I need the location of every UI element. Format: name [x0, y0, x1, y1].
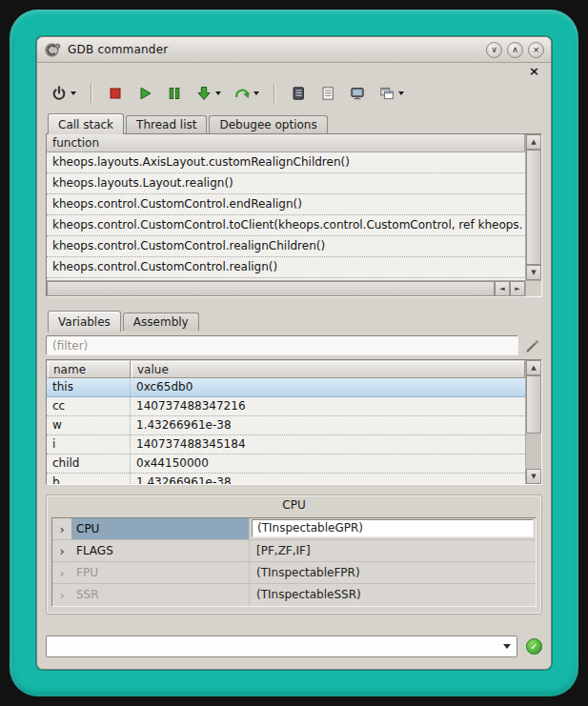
show-log-button[interactable] [287, 81, 310, 106]
scroll-down-icon[interactable] [526, 265, 541, 280]
scrollbar-track[interactable] [526, 375, 541, 469]
scrollbar-corner [525, 280, 541, 296]
filter-wand-button[interactable] [523, 336, 542, 355]
continue-button[interactable] [133, 81, 156, 106]
call-stack-row[interactable]: kheops.control.CustomControl.endRealign(… [47, 194, 525, 215]
expand-icon[interactable] [52, 567, 71, 579]
variable-row[interactable]: b 1.43266961e-38 [47, 474, 525, 484]
variable-row[interactable]: w 1.43266961e-38 [47, 416, 525, 435]
call-stack-row[interactable]: kheops.control.CustomControl.toClient(kh… [47, 215, 525, 236]
register-group-name: FLAGS [71, 540, 249, 561]
gdb-commander-app-icon [44, 41, 62, 59]
step-over-icon [233, 85, 251, 102]
value-column-header[interactable]: value [131, 360, 525, 378]
call-stack-row[interactable]: kheops.control.CustomControl.realignChil… [47, 236, 525, 257]
stop-icon [107, 85, 124, 102]
call-stack-row[interactable]: kheops.control.CustomControl.realign() [47, 257, 525, 278]
cpu-panel: CPU CPU (TInspectableGPR) FLAGS [PF,ZF,I… [46, 494, 542, 615]
show-output-button[interactable] [316, 81, 339, 106]
step-over-button[interactable] [231, 81, 262, 106]
notebook-icon [290, 85, 307, 102]
variable-value-cell: 0x44150000 [131, 454, 525, 473]
expand-icon[interactable] [52, 545, 71, 557]
expand-icon[interactable] [52, 589, 71, 601]
scrollbar-track[interactable] [47, 281, 495, 296]
variable-row[interactable]: child 0x44150000 [47, 454, 525, 474]
command-combobox[interactable] [46, 635, 517, 657]
scroll-down-icon[interactable] [526, 469, 541, 484]
variable-name-cell: cc [47, 397, 131, 415]
scrollbar-track[interactable] [526, 150, 541, 265]
power-button[interactable] [48, 81, 79, 106]
register-group-value: (TInspectableGPR) [249, 518, 536, 539]
variable-row[interactable]: this 0xc65db0 [47, 378, 525, 397]
maximize-button[interactable]: ∧ [507, 42, 523, 58]
call-stack-horizontal-scrollbar[interactable] [47, 280, 525, 296]
variable-value-cell: 140737488347216 [131, 397, 525, 415]
show-cpu-button[interactable] [346, 81, 369, 106]
list-page-icon [319, 85, 336, 102]
call-stack-vertical-scrollbar[interactable] [525, 134, 541, 280]
pause-icon [166, 85, 183, 102]
cpu-register-row[interactable]: FPU (TInspectableFPR) [52, 562, 536, 584]
tab-variables[interactable]: Variables [48, 311, 121, 332]
variable-value-cell: 140737488345184 [131, 435, 525, 454]
call-stack-row[interactable]: kheops.layouts.Layout.realign() [47, 173, 525, 194]
variable-value-cell: 1.43266961e-38 [131, 474, 525, 484]
call-stack-list: function kheops.layouts.AxisLayout.custo… [47, 134, 525, 280]
scrollbar-thumb[interactable] [47, 281, 495, 296]
minimize-button[interactable]: ∨ [486, 42, 502, 58]
scroll-up-icon[interactable] [526, 134, 541, 150]
panel-close-button[interactable]: × [526, 64, 542, 77]
cpu-register-row[interactable]: CPU (TInspectableGPR) [52, 518, 536, 540]
stop-button[interactable] [104, 81, 127, 106]
register-value-editor[interactable]: (TInspectableGPR) [252, 519, 534, 537]
scrollbar-thumb[interactable] [526, 150, 541, 265]
pause-button[interactable] [163, 81, 186, 106]
name-column-header[interactable]: name [47, 360, 131, 378]
register-group-value: (TInspectableFPR) [249, 562, 536, 583]
function-column-header[interactable]: function [47, 134, 525, 152]
scroll-up-icon[interactable] [526, 360, 541, 375]
register-group-value: (TInspectableSSR) [249, 584, 536, 606]
confirm-command-button[interactable] [526, 638, 542, 655]
combobox-dropdown-button[interactable] [497, 636, 517, 656]
app-icon[interactable] [44, 41, 62, 59]
close-button[interactable]: × [528, 42, 544, 58]
tab-debugee-options[interactable]: Debugee options [209, 115, 327, 133]
play-icon [136, 85, 153, 102]
show-windows-button[interactable] [375, 81, 407, 106]
tab-thread-list[interactable]: Thread list [126, 115, 207, 133]
variable-name-cell: child [47, 454, 131, 473]
expand-icon[interactable] [52, 523, 71, 535]
window-title: GDB commander [68, 43, 168, 56]
call-stack-row[interactable]: kheops.layouts.AxisLayout.customRealignC… [47, 152, 525, 173]
step-into-button[interactable] [193, 81, 224, 106]
scrollbar-thumb[interactable] [526, 375, 541, 434]
filter-input[interactable] [46, 335, 518, 355]
desktop-background: GDB commander ∨ ∧ × × [0, 0, 588, 706]
variables-panel: name value this 0xc65db0 cc 140737488347… [46, 359, 542, 485]
scroll-left-icon[interactable] [495, 281, 510, 296]
register-group-name: CPU [71, 518, 249, 539]
register-group-name: FPU [71, 562, 249, 583]
client-area: × [37, 63, 551, 669]
filter-row [46, 335, 542, 355]
variables-vertical-scrollbar[interactable] [525, 360, 541, 484]
command-input[interactable] [47, 636, 497, 656]
variable-value-cell: 1.43266961e-38 [131, 416, 525, 434]
cpu-register-row[interactable]: FLAGS [PF,ZF,IF] [52, 540, 536, 562]
titlebar-buttons: ∨ ∧ × [486, 42, 544, 58]
variables-table: name value this 0xc65db0 cc 140737488347… [47, 360, 525, 484]
variable-row[interactable]: cc 140737488347216 [47, 397, 525, 416]
scroll-right-icon[interactable] [510, 281, 525, 296]
tab-call-stack[interactable]: Call stack [48, 113, 124, 134]
tab-assembly[interactable]: Assembly [123, 313, 199, 331]
variable-name-cell: b [47, 474, 131, 484]
chevron-down-icon [253, 91, 259, 95]
chevron-down-icon [503, 644, 511, 649]
variable-value-cell: 0xc65db0 [131, 378, 525, 396]
cpu-register-row[interactable]: SSR (TInspectableSSR) [52, 584, 536, 606]
titlebar[interactable]: GDB commander ∨ ∧ × [37, 37, 551, 63]
variable-row[interactable]: i 140737488345184 [47, 435, 525, 454]
